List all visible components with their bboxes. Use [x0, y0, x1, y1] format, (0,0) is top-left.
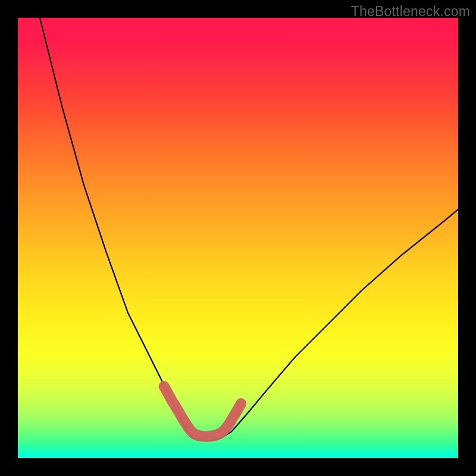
chart-svg: [18, 18, 458, 458]
chart-frame: TheBottleneck.com: [0, 0, 476, 476]
pink-accent-mark: [164, 386, 242, 436]
black-curve: [40, 18, 458, 440]
watermark-text: TheBottleneck.com: [351, 4, 470, 20]
plot-area: [18, 18, 458, 458]
